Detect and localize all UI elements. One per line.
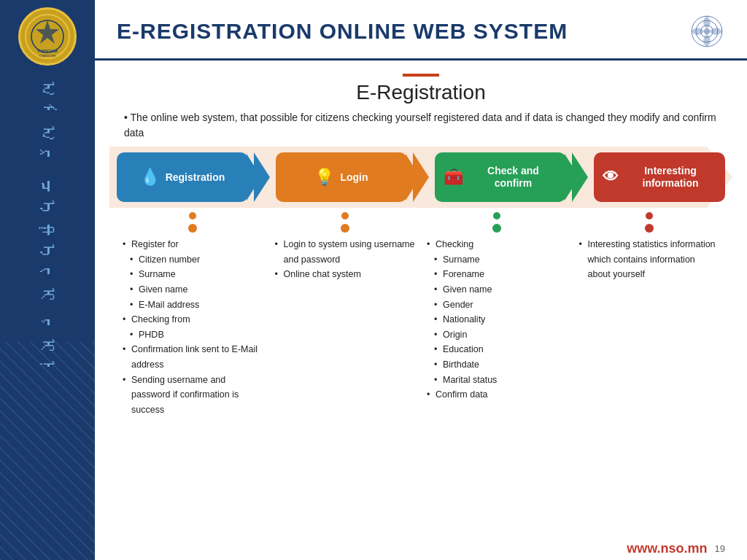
ereg-title: E-Registration bbox=[117, 81, 725, 104]
list-item: Login to system using username and passw… bbox=[275, 237, 416, 267]
details-row: Register for Citizen number Surname Give… bbox=[117, 212, 725, 418]
step-registration: 💧 Registration bbox=[117, 152, 248, 202]
arrow-1 bbox=[254, 152, 270, 202]
list-item: Checking from bbox=[123, 312, 263, 327]
arrow-3 bbox=[572, 152, 588, 202]
list-item: Given name bbox=[123, 282, 263, 298]
list-item: Sending username and password if confirm… bbox=[123, 373, 263, 418]
step-1-label: Registration bbox=[166, 171, 225, 184]
page-title: E-REGISTRATION ONLINE WEB SYSTEM bbox=[117, 19, 568, 44]
step-4-label: Interesting information bbox=[624, 165, 716, 190]
footer-url: www.nso.mn bbox=[627, 541, 707, 556]
steps-wrapper: 💧 Registration 💡 Login 🧰 Check and confi… bbox=[117, 152, 725, 202]
list-item: Citizen number bbox=[123, 252, 263, 268]
detail-col-check: Checking Surname Forename Given name Gen… bbox=[421, 212, 573, 418]
list-item: Origin bbox=[427, 327, 568, 343]
logo-svg: ҮНДЭСНИЙ СТАТИСТИК bbox=[24, 13, 71, 60]
intro-text: The online web system, that possible for… bbox=[117, 110, 725, 141]
list-item: Gender bbox=[427, 298, 568, 313]
dot-2 bbox=[341, 224, 349, 233]
step-3-label: Check and confirm bbox=[469, 165, 557, 190]
list-item: Surname bbox=[123, 267, 263, 282]
list-item: PHDB bbox=[123, 327, 263, 343]
list-item: Confirmation link sent to E-Mail address bbox=[123, 342, 263, 372]
header: E-REGISTRATION ONLINE WEB SYSTEM bbox=[95, 0, 747, 61]
list-item: Marital status bbox=[427, 373, 568, 388]
svg-point-8 bbox=[705, 29, 710, 34]
ornament-icon bbox=[689, 13, 725, 50]
detail-col-registration: Register for Citizen number Surname Give… bbox=[117, 212, 269, 418]
ereg-title-section: E-Registration bbox=[117, 74, 725, 104]
list-item: Birthdate bbox=[427, 357, 568, 373]
step-2-label: Login bbox=[340, 171, 368, 184]
login-icon: 💡 bbox=[314, 168, 334, 187]
list-item: Surname bbox=[427, 252, 568, 268]
dot-4 bbox=[645, 224, 654, 233]
dot-1 bbox=[188, 224, 197, 233]
detail-col-login: Login to system using username and passw… bbox=[269, 212, 422, 418]
interesting-list: Interesting statistics information which… bbox=[579, 237, 720, 282]
list-item: E-Mail address bbox=[123, 298, 263, 313]
title-underline bbox=[403, 74, 439, 77]
list-item: Forename bbox=[427, 267, 568, 282]
main-content: E-REGISTRATION ONLINE WEB SYSTEM E-Regis… bbox=[95, 0, 747, 560]
footer-page: 19 bbox=[715, 543, 725, 554]
check-icon: 🧰 bbox=[444, 168, 463, 187]
list-item: Confirm data bbox=[427, 387, 568, 402]
content-area: E-Registration The online web system, th… bbox=[95, 61, 747, 537]
list-item: Given name bbox=[427, 282, 568, 298]
steps-inner: 💧 Registration 💡 Login 🧰 Check and confi… bbox=[117, 152, 725, 202]
registration-list: Register for Citizen number Surname Give… bbox=[123, 237, 263, 418]
dot-3 bbox=[492, 224, 501, 233]
eye-icon: 👁 bbox=[603, 168, 619, 187]
svg-text:СТАТИСТИК: СТАТИСТИК bbox=[39, 54, 56, 58]
step-login: 💡 Login bbox=[276, 152, 407, 202]
svg-text:ҮНДЭСНИЙ: ҮНДЭСНИЙ bbox=[36, 48, 58, 53]
list-item: Education bbox=[427, 342, 568, 357]
step-check-confirm: 🧰 Check and confirm bbox=[435, 152, 566, 202]
list-item: Online chat system bbox=[275, 267, 416, 282]
detail-col-interesting: Interesting statistics information which… bbox=[573, 212, 726, 418]
check-list: Checking Surname Forename Given name Gen… bbox=[427, 237, 568, 402]
list-item: Register for bbox=[123, 237, 263, 252]
sidebar-decoration bbox=[0, 341, 95, 560]
footer: www.nso.mn 19 bbox=[95, 537, 747, 560]
login-list: Login to system using username and passw… bbox=[275, 237, 416, 282]
step-interesting-info: 👁 Interesting information bbox=[594, 152, 725, 202]
registration-icon: 💧 bbox=[140, 168, 160, 187]
arrow-2 bbox=[413, 152, 429, 202]
list-item: Interesting statistics information which… bbox=[579, 237, 720, 282]
sidebar: ҮНДЭСНИЙ СТАТИСТИК ᠠᠮᠠᠷ ᠴᠡᠭᠡᠵᠢ ᠶᠢᠨ bbox=[0, 0, 95, 560]
logo: ҮНДЭСНИЙ СТАТИСТИК bbox=[18, 7, 77, 66]
sidebar-mongolian-text: ᠠᠮᠠᠷ ᠴᠡᠭᠡᠵᠢ ᠶᠢᠨ bbox=[38, 80, 57, 381]
list-item: Nationality bbox=[427, 312, 568, 327]
list-item: Checking bbox=[427, 237, 568, 252]
